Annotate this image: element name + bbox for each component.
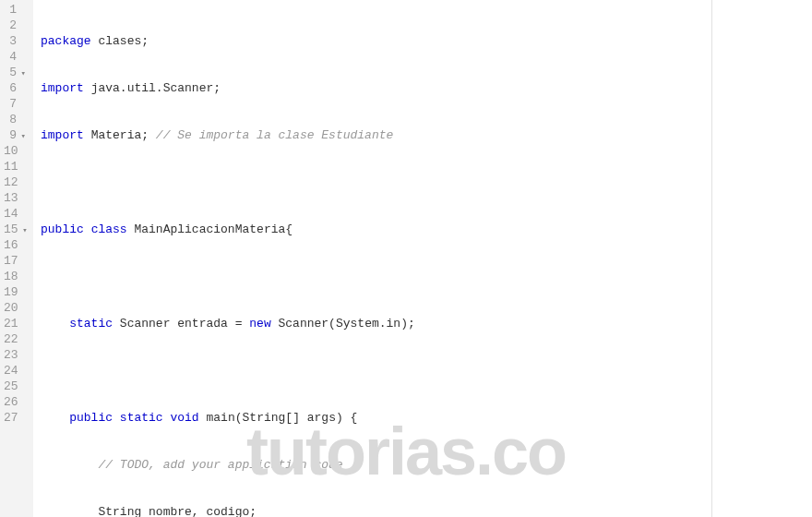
line-number: 12 bbox=[4, 174, 26, 190]
line-number: 13 bbox=[4, 190, 26, 206]
line-number: 19 bbox=[4, 284, 26, 300]
line-number: 15▾ bbox=[4, 222, 26, 237]
code-line[interactable] bbox=[41, 269, 746, 284]
line-number-gutter: 1 2 3 4 5▾ 6 7 8 9▾ 10 11 12 13 14 15▾ 1… bbox=[0, 0, 33, 517]
line-number: 8 bbox=[4, 112, 26, 127]
code-line[interactable]: static Scanner entrada = new Scanner(Sys… bbox=[41, 316, 746, 331]
line-number: 4 bbox=[4, 49, 26, 65]
line-number: 7 bbox=[4, 96, 26, 112]
line-number: 3 bbox=[4, 33, 26, 49]
line-number: 1 bbox=[4, 2, 26, 18]
code-editor[interactable]: 1 2 3 4 5▾ 6 7 8 9▾ 10 11 12 13 14 15▾ 1… bbox=[0, 0, 712, 517]
line-number: 14 bbox=[4, 206, 26, 222]
line-number: 11 bbox=[4, 159, 26, 174]
code-line[interactable]: import java.util.Scanner; bbox=[41, 80, 746, 96]
line-number: 22 bbox=[4, 331, 26, 347]
line-number: 21 bbox=[4, 316, 26, 331]
code-line[interactable]: public static void main(String[] args) { bbox=[41, 410, 746, 426]
code-line[interactable]: // TODO, add your application code bbox=[41, 457, 746, 473]
line-number: 16 bbox=[4, 237, 26, 253]
code-line[interactable]: import Materia; // Se importa la clase E… bbox=[41, 127, 746, 143]
line-number: 2 bbox=[4, 18, 26, 33]
line-number: 17 bbox=[4, 253, 26, 269]
line-number: 26 bbox=[4, 394, 26, 410]
line-number: 9▾ bbox=[4, 127, 26, 143]
code-content[interactable]: package clases; import java.util.Scanner… bbox=[33, 0, 746, 517]
line-number: 6 bbox=[4, 80, 26, 96]
line-number: 24 bbox=[4, 363, 26, 379]
line-number: 27 bbox=[4, 410, 26, 426]
code-line[interactable] bbox=[41, 174, 746, 190]
line-number: 5▾ bbox=[4, 65, 26, 80]
line-number: 10 bbox=[4, 143, 26, 159]
line-number: 20 bbox=[4, 300, 26, 316]
code-line[interactable]: String nombre, codigo; bbox=[41, 504, 746, 517]
line-number: 23 bbox=[4, 347, 26, 363]
code-line[interactable]: public class MainAplicacionMateria{ bbox=[41, 222, 746, 237]
code-line[interactable] bbox=[41, 363, 746, 379]
line-number: 25 bbox=[4, 379, 26, 394]
code-line[interactable]: package clases; bbox=[41, 33, 746, 49]
line-number: 18 bbox=[4, 269, 26, 284]
